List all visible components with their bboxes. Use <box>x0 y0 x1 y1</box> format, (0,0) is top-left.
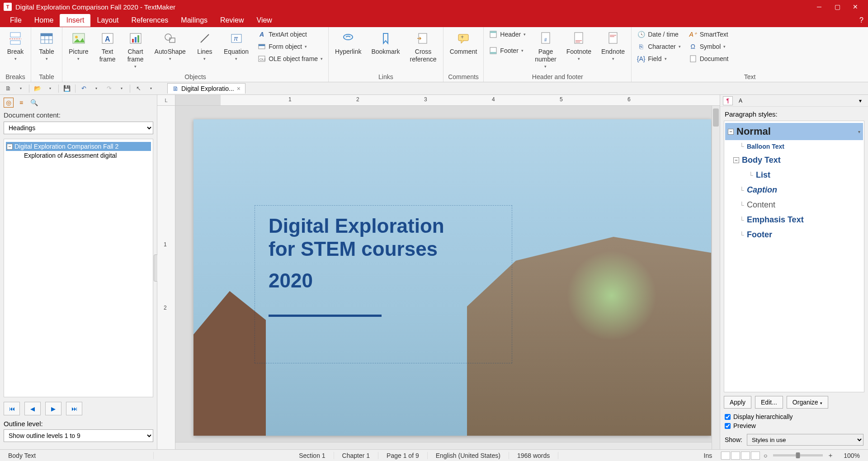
bookmark-button[interactable]: Bookmark <box>368 29 403 57</box>
status-language[interactable]: English (United States) <box>428 452 509 459</box>
nav-last-button[interactable]: ⏭ <box>66 402 82 415</box>
style-content[interactable]: └ Content <box>725 198 863 212</box>
nav-target-button[interactable]: ◎ <box>4 98 14 108</box>
char-style-toggle[interactable]: A <box>736 96 745 105</box>
chart-frame-button[interactable]: Chart frame ▾ <box>123 29 148 71</box>
nav-search-button[interactable]: 🔍 <box>29 98 39 108</box>
organize-button[interactable]: Organize ▾ <box>787 396 828 409</box>
menu-review[interactable]: Review <box>214 14 250 27</box>
style-footer[interactable]: └ Footer <box>725 227 863 242</box>
redo-button[interactable]: ↷ <box>104 84 114 94</box>
zoom-out-button[interactable]: ○ <box>760 452 770 459</box>
view-mode-master[interactable] <box>731 452 740 460</box>
style-emphasis[interactable]: └ Emphasis Text <box>725 212 863 227</box>
chevron-down-icon[interactable]: ▾ <box>15 84 26 94</box>
menu-file[interactable]: File <box>4 14 28 27</box>
field-button[interactable]: {A}Field▾ <box>634 53 683 64</box>
picture-button[interactable]: Picture ▾ <box>65 29 92 63</box>
view-mode-web[interactable] <box>751 452 760 460</box>
tree-row[interactable]: − Digital Exploration Comparison Fall 2 <box>6 142 151 151</box>
lines-button[interactable]: Lines ▾ <box>192 29 217 63</box>
page-number-button[interactable]: # Page number ▾ <box>531 29 560 71</box>
scrollbar-thumb[interactable] <box>713 108 719 127</box>
styles-tree[interactable]: − Normal ▾ └ Balloon Text − Body Text └ … <box>724 121 864 392</box>
chevron-down-icon[interactable]: ▾ <box>45 84 56 94</box>
zoom-slider[interactable] <box>773 454 823 456</box>
chevron-down-icon[interactable]: ▾ <box>91 84 102 94</box>
title-text-frame[interactable]: Digital Explorationfor STEM courses 2020 <box>255 205 512 363</box>
chevron-down-icon[interactable]: ▾ <box>858 129 860 134</box>
text-frame-button[interactable]: A Text frame <box>95 29 120 65</box>
nav-prev-button[interactable]: ◀ <box>24 402 41 415</box>
document-heading[interactable]: Digital Explorationfor STEM courses <box>269 215 498 260</box>
tree-row[interactable]: Exploration of Assessment digital <box>6 151 151 160</box>
new-file-button[interactable]: 🗎 <box>3 84 14 94</box>
textart-button[interactable]: ATextArt object <box>255 29 326 40</box>
apply-button[interactable]: Apply <box>724 396 751 409</box>
hyperlink-button[interactable]: Hyperlink <box>331 29 365 57</box>
cursor-button[interactable]: ↖ <box>133 84 144 94</box>
nav-list-button[interactable]: ≡ <box>16 98 26 108</box>
document-year[interactable]: 2020 <box>269 269 498 292</box>
display-hierarchically-checkbox[interactable]: Display hierarchically <box>720 412 868 421</box>
close-tab-icon[interactable]: × <box>237 85 241 92</box>
cross-reference-button[interactable]: Cross reference <box>406 29 440 65</box>
document-tab[interactable]: 🗎 Digital Exploratio... × <box>167 83 245 94</box>
nav-first-button[interactable]: ⏮ <box>4 402 20 415</box>
form-object-button[interactable]: Form object▾ <box>255 41 326 52</box>
save-button[interactable]: 💾 <box>61 84 72 94</box>
tree-collapse-icon[interactable]: − <box>728 129 734 135</box>
view-mode-normal[interactable] <box>721 452 730 460</box>
status-style[interactable]: Body Text <box>0 452 154 459</box>
status-word-count[interactable]: 1968 words <box>509 452 558 459</box>
style-caption[interactable]: └ Caption <box>725 183 863 198</box>
help-icon[interactable]: ? <box>859 16 863 24</box>
footnote-button[interactable]: Footnote ▾ <box>563 29 595 63</box>
edit-button[interactable]: Edit... <box>755 396 783 409</box>
minimize-button[interactable]: ─ <box>810 0 828 14</box>
horizontal-scrollbar[interactable] <box>175 442 712 449</box>
view-mode-outline[interactable] <box>741 452 750 460</box>
endnote-button[interactable]: Endnote ▾ <box>598 29 628 63</box>
tree-collapse-icon[interactable]: − <box>733 157 739 163</box>
vertical-scrollbar[interactable] <box>712 106 720 449</box>
nav-next-button[interactable]: ▶ <box>45 402 61 415</box>
chevron-down-icon[interactable]: ▾ <box>116 84 127 94</box>
footer-button[interactable]: Footer▾ <box>486 45 528 56</box>
close-button[interactable]: ✕ <box>846 0 864 14</box>
vertical-ruler[interactable]: 1 2 <box>157 106 175 449</box>
character-button[interactable]: ⎘Character▾ <box>634 41 683 52</box>
outline-level-select[interactable]: Show outline levels 1 to 9 <box>4 429 153 442</box>
date-time-button[interactable]: 🕓Date / time <box>634 29 683 40</box>
status-chapter[interactable]: Chapter 1 <box>334 452 378 459</box>
open-button[interactable]: 📂 <box>32 84 43 94</box>
menu-view[interactable]: View <box>250 14 278 27</box>
status-section[interactable]: Section 1 <box>291 452 334 459</box>
style-balloon-text[interactable]: └ Balloon Text <box>725 140 863 153</box>
style-body-text[interactable]: − Body Text <box>725 153 863 168</box>
panel-menu-button[interactable]: ▾ <box>855 96 865 105</box>
document-page[interactable]: Digital Explorationfor STEM courses 2020 <box>193 119 711 436</box>
menu-mailings[interactable]: Mailings <box>175 14 214 27</box>
symbol-button[interactable]: ΩSymbol▾ <box>686 41 731 52</box>
horizontal-ruler[interactable]: L 1 2 3 4 5 6 <box>157 95 720 106</box>
status-insert-mode[interactable]: Ins <box>696 452 721 459</box>
content-mode-select[interactable]: Headings <box>4 122 153 134</box>
preview-checkbox[interactable]: Preview <box>720 421 868 430</box>
comment-button[interactable]: + Comment <box>446 29 481 57</box>
zoom-in-button[interactable]: ＋ <box>826 452 835 460</box>
page-viewport[interactable]: Digital Explorationfor STEM courses 2020 <box>175 106 712 449</box>
zoom-slider-thumb[interactable] <box>796 452 800 458</box>
autoshape-button[interactable]: AutoShape ▾ <box>151 29 189 63</box>
menu-insert[interactable]: Insert <box>60 14 90 27</box>
style-normal[interactable]: − Normal ▾ <box>725 123 863 140</box>
outline-tree[interactable]: − Digital Exploration Comparison Fall 2 … <box>4 139 153 397</box>
tree-collapse-icon[interactable]: − <box>7 144 13 150</box>
table-button[interactable]: Table ▾ <box>34 29 59 63</box>
document-button[interactable]: Document <box>686 53 731 64</box>
header-button[interactable]: Header▾ <box>486 29 528 40</box>
chevron-down-icon[interactable]: ▾ <box>146 84 156 94</box>
menu-layout[interactable]: Layout <box>90 14 125 27</box>
ole-frame-button[interactable]: OLEOLE object frame▾ <box>255 53 326 64</box>
show-select[interactable]: Styles in use <box>747 434 863 446</box>
